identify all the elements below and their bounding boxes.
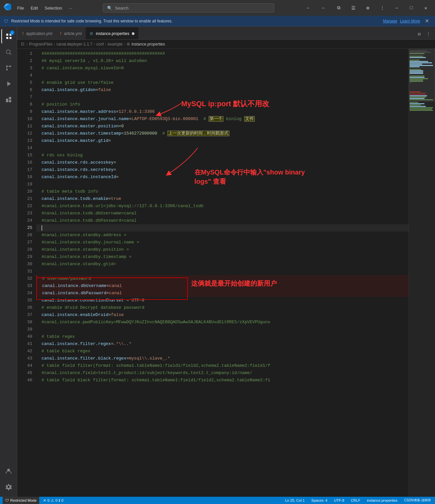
breadcrumb-example[interactable]: example <box>108 42 123 47</box>
code-line-3: # canal.instance.mysql.slaveId=0 <box>36 65 409 72</box>
breadcrumb-d[interactable]: D: <box>21 42 25 47</box>
split-editor-button[interactable]: ⊟ <box>415 30 423 38</box>
ln-41: 41 <box>17 340 32 348</box>
tab-application-yml[interactable]: ! application.yml <box>18 27 56 39</box>
activity-bar: 1 <box>0 26 17 497</box>
code-editor[interactable]: 1 2 3 4 5 6 7 8 9 10 11 12 13 14 15 16 1… <box>17 49 435 497</box>
menu-edit[interactable]: Edit <box>28 4 41 12</box>
ln-12: 12 <box>17 130 32 137</box>
code-line-30: #canal.instance.standby.gtid= <box>36 261 409 268</box>
layout-toggle3[interactable]: ⊞ <box>361 3 374 13</box>
menu-bar: File Edit Selection ··· <box>14 4 75 12</box>
activity-source-control[interactable] <box>1 61 16 75</box>
svg-rect-11 <box>9 97 11 99</box>
status-left: 🛡 Restricted Mode ✕ 0 ⚠ 0 ℹ 0 <box>3 497 65 504</box>
warning-close-button[interactable]: ✕ <box>423 17 431 25</box>
learn-more-link[interactable]: Learn More <box>400 19 420 23</box>
activity-account[interactable] <box>1 464 16 478</box>
layout-toggle4[interactable]: ⋮ <box>376 3 389 13</box>
editor-area: ! application.yml ! article.yml ⚙ instan… <box>17 26 435 497</box>
ln-20: 20 <box>17 188 32 195</box>
ln-10: 10 <box>17 115 32 123</box>
svg-rect-3 <box>10 37 12 39</box>
restricted-mode-button[interactable]: 🛡 Restricted Mode <box>3 497 39 504</box>
cursor-position[interactable]: Ln 25, Col 1 <box>284 497 306 504</box>
more-tabs-button[interactable]: ⋮ <box>424 30 432 38</box>
activity-explorer[interactable]: 1 <box>1 29 16 44</box>
errors-indicator[interactable]: ✕ 0 ⚠ 0 ℹ 0 <box>42 497 65 504</box>
layout-toggle2[interactable]: ☰ <box>347 3 360 13</box>
menu-file[interactable]: File <box>14 4 27 12</box>
ln-5: 5 <box>17 79 32 86</box>
ln-25: 25 <box>17 224 32 232</box>
encoding-label: UTF-8 <box>334 498 344 502</box>
tab-article-yml[interactable]: ! article.yml <box>56 27 86 39</box>
maximize-button[interactable]: □ <box>405 3 418 13</box>
ln-21: 21 <box>17 195 32 203</box>
indentation[interactable]: Spaces: 4 <box>310 497 329 504</box>
eol[interactable]: CRLF <box>350 497 362 504</box>
code-line-29: #canal.instance.standby.timestamp = <box>36 253 409 261</box>
ln-38: 38 <box>17 319 32 326</box>
code-line-11: canal.instance.master.position=0 <box>36 123 409 130</box>
activity-settings[interactable] <box>1 480 16 494</box>
code-line-31 <box>36 268 409 275</box>
code-line-15: # rds oss binlog <box>36 152 409 159</box>
code-line-32: # username/password <box>36 275 409 282</box>
code-line-28: #canal.instance.standby.position = <box>36 246 409 253</box>
ln-42: 42 <box>17 348 32 355</box>
close-button[interactable]: ✕ <box>419 3 432 13</box>
tab-label-3: instance.properties <box>96 31 129 36</box>
ln-39: 39 <box>17 326 32 333</box>
restricted-mode-icon: 🛡 <box>5 498 9 502</box>
search-box[interactable]: 🔍 Search <box>103 3 274 13</box>
ln-43: 43 <box>17 355 32 362</box>
warning-count: 0 <box>55 498 57 502</box>
minimize-button[interactable]: — <box>390 3 403 13</box>
ln-45: 45 <box>17 369 32 377</box>
code-line-26: #canal.instance.standby.address = <box>36 232 409 239</box>
tab-settings-icon: ⚙ <box>90 31 93 36</box>
source-label: CSDN博客-淡哟帝 <box>403 497 432 504</box>
ln-27: 27 <box>17 239 32 246</box>
encoding[interactable]: UTF-8 <box>333 497 345 504</box>
activity-run[interactable] <box>1 77 16 91</box>
layout-toggle1[interactable]: ⧉ <box>332 3 345 13</box>
nav-back[interactable]: ← <box>302 3 315 13</box>
svg-rect-12 <box>9 100 11 102</box>
ln-40: 40 <box>17 333 32 340</box>
breadcrumb-conf[interactable]: conf <box>96 42 104 47</box>
code-line-45: #canal.instance.field=test1.t_product:id… <box>36 369 409 377</box>
tab-instance-properties[interactable]: ⚙ instance.properties <box>86 27 138 39</box>
nav-forward[interactable]: → <box>316 3 330 13</box>
activity-extensions[interactable] <box>1 92 16 107</box>
breadcrumb-programfiles[interactable]: ProgramFiles <box>29 42 52 47</box>
svg-point-4 <box>6 50 10 54</box>
ln-1: 1 <box>17 50 32 57</box>
code-line-13: canal.instance.master.gtid= <box>36 137 409 144</box>
ln-13: 13 <box>17 137 32 144</box>
ln-4: 4 <box>17 72 32 79</box>
code-line-24: #canal.instance.tsdb.dbPassword=canal <box>36 217 409 224</box>
ln-14: 14 <box>17 144 32 152</box>
activity-search[interactable] <box>1 45 16 59</box>
language-mode[interactable]: instance.properties <box>365 497 399 504</box>
code-line-1: ########################################… <box>36 50 409 57</box>
code-content[interactable]: ########################################… <box>36 49 409 497</box>
menu-selection[interactable]: Selection <box>42 4 65 12</box>
ln-19: 19 <box>17 181 32 188</box>
explorer-badge: 1 <box>10 30 14 35</box>
minimap[interactable] <box>409 49 435 497</box>
error-count: 0 <box>47 498 49 502</box>
menu-more[interactable]: ··· <box>66 4 75 12</box>
status-bar: 🛡 Restricted Mode ✕ 0 ⚠ 0 ℹ 0 Ln 25, Col… <box>0 497 435 504</box>
breadcrumb-canal[interactable]: canal.deployer-1.1.7 <box>56 42 92 47</box>
warning-icon: 🛡 <box>4 18 9 24</box>
tab-warning-icon-1: ! <box>22 31 23 36</box>
code-line-14 <box>36 144 409 152</box>
code-line-40: # table regex <box>36 333 409 340</box>
breadcrumb-current[interactable]: instance.properties <box>131 42 165 47</box>
minimap-content <box>409 49 435 497</box>
manage-link[interactable]: Manage <box>383 19 397 23</box>
restricted-mode-label: Restricted Mode <box>10 498 37 502</box>
